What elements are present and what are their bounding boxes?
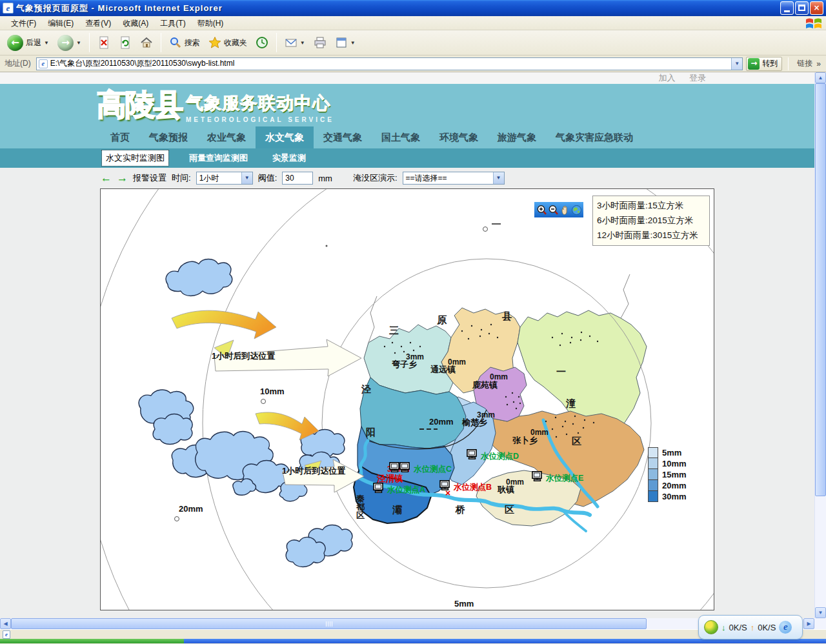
print-button[interactable] <box>310 35 330 50</box>
edit-button[interactable]: ▼ <box>332 35 359 50</box>
site-logo: 高陵县 气象服务联动中心 METEOROLOGICAL SERVICE <box>97 86 334 123</box>
address-dropdown-icon[interactable]: ▼ <box>731 58 742 70</box>
login-link[interactable]: 登录 <box>689 73 706 83</box>
zoom-in-icon[interactable] <box>536 205 547 216</box>
chevron-down-icon[interactable]: ▼ <box>493 172 504 184</box>
prev-arrow-icon[interactable]: ← <box>101 172 112 185</box>
go-button[interactable]: → 转到 <box>746 57 782 71</box>
history-button[interactable] <box>252 35 272 50</box>
nav-traffic[interactable]: 交通气象 <box>314 126 372 148</box>
nav-disaster-emergency[interactable]: 气象灾害应急联动 <box>546 126 643 148</box>
edit-icon <box>335 36 348 49</box>
search-button[interactable]: 搜索 <box>166 35 203 50</box>
nav-hydrology[interactable]: 水文气象 <box>256 126 314 148</box>
station-label: 水位测点C <box>413 465 452 474</box>
threshold-input[interactable] <box>282 172 313 185</box>
home-button[interactable] <box>137 35 156 50</box>
area-rainfall-infobox: 3小时面雨量:15立方米 6小时面雨量:2015立方米 12小时面雨量:3015… <box>592 196 710 246</box>
download-speed: 0K/S <box>729 623 747 632</box>
rainfall-12h: 12小时面雨量:3015立方米 <box>597 230 705 241</box>
station-d[interactable]: 水位测点D <box>467 450 519 461</box>
upload-arrow-icon: ↑ <box>750 623 755 632</box>
favorites-button[interactable]: 收藏夹 <box>205 35 250 50</box>
nav-land[interactable]: 国土气象 <box>372 126 430 148</box>
menu-help[interactable]: 帮助(H) <box>192 17 230 30</box>
home-icon <box>140 36 153 49</box>
station-icon <box>390 463 399 472</box>
menu-view[interactable]: 查看(V) <box>79 17 117 30</box>
status-page-icon: e <box>3 630 10 639</box>
start-button-edge[interactable] <box>0 639 184 643</box>
time-select[interactable]: 1小时 ▼ <box>196 172 253 185</box>
refresh-button[interactable] <box>116 35 135 50</box>
station-e[interactable]: 水位测点E <box>532 472 583 483</box>
subnav-rain-query[interactable]: 雨量查询监测图 <box>185 150 252 166</box>
address-input[interactable]: e E:\气象台\原型20110530\原型20110530\swyb-list… <box>36 57 743 70</box>
window-title: 气象预报页面原型 - Microsoft Internet Explorer <box>16 3 780 14</box>
scroll-down-icon[interactable]: ▼ <box>815 607 826 618</box>
network-speed-widget[interactable]: ↓ 0K/S ↑ 0K/S e <box>698 615 803 639</box>
rainfall-6h: 6小时面雨量:2015立方米 <box>597 215 705 226</box>
back-dropdown-icon[interactable]: ▼ <box>44 40 49 46</box>
chevron-down-icon[interactable]: ▼ <box>241 172 252 184</box>
threshold-unit: mm <box>318 174 332 183</box>
forward-dropdown-icon[interactable]: ▼ <box>76 40 81 46</box>
svg-text:区: 区 <box>356 510 365 520</box>
nav-home[interactable]: 首页 <box>101 126 139 148</box>
scroll-up-icon[interactable]: ▲ <box>815 72 826 83</box>
mail-button[interactable]: ▼ <box>281 35 308 50</box>
station-icon <box>532 472 541 481</box>
close-button[interactable]: × <box>810 1 823 15</box>
svg-text:通远镇: 通远镇 <box>430 365 456 374</box>
menu-file[interactable]: 文件(F) <box>5 17 42 30</box>
vertical-scroll-thumb[interactable] <box>815 83 826 496</box>
legend-item: 30mm <box>648 491 687 502</box>
svg-text:原: 原 <box>436 314 447 325</box>
security-orb-icon <box>704 620 718 634</box>
minimize-button[interactable] <box>780 1 794 15</box>
mail-dropdown-icon[interactable]: ▼ <box>300 40 305 46</box>
nav-environment[interactable]: 环境气象 <box>430 126 488 148</box>
svg-text:张卜乡: 张卜乡 <box>512 436 538 445</box>
wind-arrow-icon <box>172 310 276 339</box>
pan-hand-icon[interactable] <box>559 205 570 216</box>
back-button[interactable]: ← 后退 ▼ <box>4 34 52 52</box>
forecast-arrow-label: 1小时后到达位置 <box>282 466 345 476</box>
menu-edit[interactable]: 编辑(E) <box>42 17 79 30</box>
favorites-star-icon <box>208 36 221 49</box>
rainfall-3h: 3小时面雨量:15立方米 <box>597 200 705 212</box>
windows-taskbar <box>0 639 826 643</box>
hydrology-map[interactable]: 1小时后到达位置 1小时后到达位置 10mm 20mm 20mm 5mm <box>100 188 714 610</box>
links-more-icon[interactable]: » <box>816 59 821 68</box>
title-bar: e 气象预报页面原型 - Microsoft Internet Explorer… <box>0 0 826 16</box>
vertical-scrollbar[interactable]: ▲ ▼ <box>814 72 826 618</box>
nav-weather-forecast[interactable]: 气象预报 <box>139 126 197 148</box>
forward-button[interactable]: → ▼ <box>54 34 85 52</box>
logo-subtitle: METEOROLOGICAL SERVICE <box>186 116 334 123</box>
station-a[interactable]: 水位测点A <box>374 483 425 494</box>
scroll-left-icon[interactable]: ◀ <box>0 618 11 629</box>
svg-text:桥: 桥 <box>455 504 465 515</box>
nav-tourism[interactable]: 旅游气象 <box>488 126 546 148</box>
horizontal-scroll-thumb[interactable] <box>11 618 647 629</box>
join-link[interactable]: 加入 <box>658 73 675 83</box>
scroll-right-icon[interactable]: ▶ <box>803 618 814 629</box>
edit-dropdown-icon[interactable]: ▼ <box>350 40 356 46</box>
nav-agriculture[interactable]: 农业气象 <box>197 126 256 148</box>
stop-button[interactable] <box>94 35 114 50</box>
maximize-button[interactable] <box>795 1 809 15</box>
next-arrow-icon[interactable]: → <box>117 172 128 185</box>
horizontal-scrollbar[interactable]: ◀ ▶ <box>0 618 814 629</box>
flood-demo-select[interactable]: ==请选择== ▼ <box>403 172 505 185</box>
menu-tools[interactable]: 工具(T) <box>154 17 191 30</box>
alarm-settings-label: 报警设置 <box>133 172 166 184</box>
stop-icon <box>97 36 110 49</box>
globe-icon[interactable] <box>571 205 582 216</box>
subnav-realtime-monitor[interactable]: 水文实时监测图 <box>102 150 168 166</box>
zoom-out-icon[interactable] <box>548 205 559 216</box>
logo-title: 气象服务联动中心 <box>186 92 334 115</box>
links-button[interactable]: 链接 » <box>794 58 823 69</box>
menu-favorites[interactable]: 收藏(A) <box>117 17 154 30</box>
site-header: 高陵县 气象服务联动中心 METEOROLOGICAL SERVICE <box>0 84 814 126</box>
subnav-live-view[interactable]: 实景监测 <box>268 150 310 166</box>
